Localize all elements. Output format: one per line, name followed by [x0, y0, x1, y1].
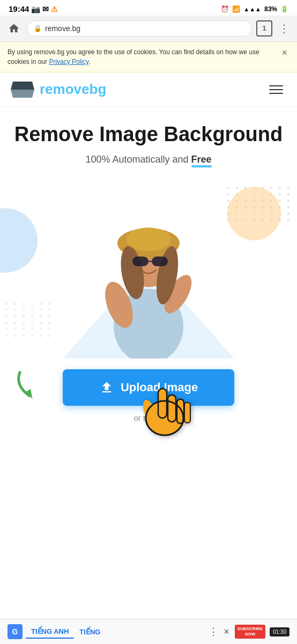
free-text: Free — [191, 154, 212, 165]
blue-decoration — [0, 208, 38, 273]
browser-menu-button[interactable]: ⋮ — [277, 20, 292, 37]
svg-point-9 — [126, 228, 171, 251]
svg-rect-13 — [152, 257, 168, 266]
nav-bar: removebg — [0, 72, 297, 107]
battery-icon: 🔋 — [280, 5, 288, 13]
logo-text: removebg — [40, 81, 106, 98]
close-translate-button[interactable]: × — [224, 626, 229, 638]
hamburger-menu-button[interactable] — [266, 82, 286, 97]
url-bar[interactable]: 🔒 remove.bg — [27, 20, 252, 36]
language-tabs: TIẾNG ANH TIẾNG — [26, 625, 203, 639]
tab-count-button[interactable]: 1 — [256, 20, 272, 36]
lang-tab-2[interactable]: TIẾNG — [74, 625, 106, 639]
warning-status-icon: ⚠ — [51, 5, 58, 13]
lang-tab-1[interactable]: TIẾNG ANH — [26, 625, 74, 639]
upload-icon — [99, 380, 114, 395]
hero-image-area: (function(){ const dg = document.querySe… — [0, 176, 297, 358]
status-left: 19:44 📷 ✉ ⚠ — [9, 4, 58, 13]
cookie-close-button[interactable]: × — [279, 47, 289, 58]
translate-icon-area: G — [8, 624, 23, 639]
home-button[interactable] — [5, 20, 23, 37]
timer-badge: 01:30 — [270, 627, 289, 636]
signal-icon: ▲▲▲ — [243, 6, 261, 12]
hero-subtitle: 100% Automatically and Free — [11, 154, 286, 165]
logo-area: removebg — [11, 81, 106, 98]
svg-marker-0 — [11, 82, 34, 90]
green-arrow-icon — [9, 369, 47, 408]
svg-rect-20 — [184, 402, 190, 423]
wifi-icon: 📶 — [232, 5, 240, 13]
camera-status-icon: 📷 — [31, 5, 40, 13]
svg-marker-1 — [11, 90, 34, 98]
browser-bottom-bar: G TIẾNG ANH TIẾNG ⋮ × SUBSCRIBE NOW 01:3… — [0, 619, 297, 644]
email-status-icon: ✉ — [42, 5, 49, 13]
translate-more-button[interactable]: ⋮ — [206, 624, 220, 640]
hamburger-line-1 — [269, 85, 283, 86]
status-right: ⏰ 📶 ▲▲▲ 83% 🔋 — [221, 5, 288, 13]
main-content: removebg Remove Image Background 100% Au… — [0, 72, 297, 555]
browser-chrome: 🔒 remove.bg 1 ⋮ — [0, 16, 297, 42]
hero-section: Remove Image Background 100% Automatical… — [0, 107, 297, 165]
hamburger-line-3 — [269, 93, 283, 94]
cursor-hand-icon — [138, 372, 191, 447]
subscribe-badge: SUBSCRIBE NOW — [235, 625, 265, 639]
battery-percent: 83% — [264, 5, 277, 13]
peach-decoration — [227, 187, 281, 240]
privacy-policy-link[interactable]: Privacy Policy — [49, 58, 88, 65]
dots-grid-left: (function(){ const dg = document.querySe… — [5, 303, 53, 337]
cookie-banner: By using remove.bg you agree to the use … — [0, 42, 297, 72]
alarm-icon: ⏰ — [221, 5, 229, 13]
svg-rect-18 — [168, 395, 176, 422]
hero-person-image — [90, 197, 207, 358]
google-translate-icon: G — [8, 624, 23, 639]
hamburger-line-2 — [269, 89, 283, 90]
logo-icon — [11, 82, 34, 98]
lock-icon: 🔒 — [34, 25, 42, 32]
upload-section: Upload Image or try on — [0, 358, 297, 431]
svg-rect-12 — [132, 257, 148, 266]
svg-rect-17 — [158, 389, 167, 418]
status-time: 19:44 — [9, 4, 29, 13]
url-text: remove.bg — [45, 24, 245, 33]
hero-title: Remove Image Background — [11, 123, 286, 147]
status-bar: 19:44 📷 ✉ ⚠ ⏰ 📶 ▲▲▲ 83% 🔋 — [0, 0, 297, 16]
cookie-text: By using remove.bg you agree to the use … — [8, 47, 275, 67]
